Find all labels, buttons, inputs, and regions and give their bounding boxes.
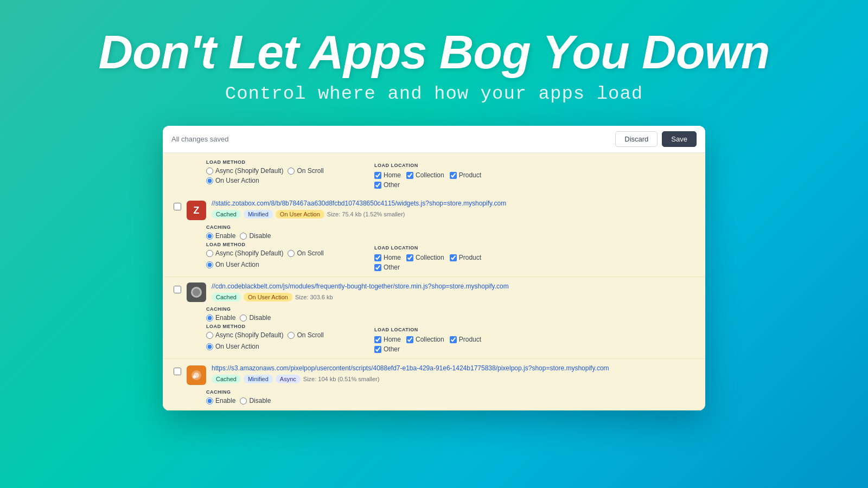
other-check-partial[interactable]: Other [374,181,481,189]
zotabox-badges: Cached Minified On User Action Size: 75.… [212,210,506,219]
hero-title: Don't Let Apps Bog You Down [11,27,857,77]
badge-size-pixelpop: Size: 104 kb (0.51% smaller) [303,376,380,382]
zotabox-load-location: LOAD LOCATION Home Collection Product [374,242,481,271]
pixelpop-details: https://s3.amazonaws.com/pixelpop/userco… [212,364,609,383]
product-check-zotabox[interactable]: Product [450,254,481,261]
load-method-radios-2: On User Action [206,177,358,184]
codeblack-load-location: LOAD LOCATION Home Collection Product [374,324,481,353]
collection-check-partial[interactable]: Collection [406,171,444,179]
location-row2-codeblack: Other [374,345,481,353]
load-method-label-zotabox: LOAD METHOD [206,242,358,247]
badge-async-pixelpop: Async [276,375,301,383]
disable-radio-zotabox[interactable]: Disable [240,232,271,240]
home-check-partial[interactable]: Home [374,171,401,179]
collection-check-zotabox[interactable]: Collection [406,254,444,261]
async-radio-partial[interactable]: Async (Shopify Default) [206,167,283,175]
caching-label-pixelpop: CACHING [206,389,358,395]
codeblack-icon [187,282,206,302]
pixelpop-url: https://s3.amazonaws.com/pixelpop/userco… [212,364,609,372]
home-check-codeblack[interactable]: Home [374,336,401,343]
pixelpop-badges: Cached Minified Async Size: 104 kb (0.51… [212,375,609,383]
on-user-action-radio-partial[interactable]: On User Action [206,177,259,184]
zotabox-icon: Z [187,201,206,220]
location-checkboxes-partial: Home Collection Product [374,171,481,179]
pixelpop-checkbox[interactable] [174,368,181,375]
collection-check-codeblack[interactable]: Collection [406,336,444,343]
partial-load-method: LOAD METHOD Async (Shopify Default) On S… [206,159,358,184]
codeblack-circle [191,287,202,298]
zotabox-url: //static.zotabox.com/8/b/8b78467aa630d8f… [212,200,506,207]
on-scroll-radio-codeblack[interactable]: On Scroll [288,331,323,339]
caching-radios-pixelpop: Enable Disable [206,397,358,404]
product-check-codeblack[interactable]: Product [450,336,481,343]
panel-actions: Discard Save [615,131,697,147]
on-scroll-radio-zotabox[interactable]: On Scroll [288,249,323,257]
other-check-codeblack[interactable]: Other [374,345,481,353]
badge-minified-zotabox: Minified [244,210,273,219]
load-method-radios2-zotabox: On User Action [206,261,358,268]
codeblack-load-method: LOAD METHOD Async (Shopify Default) On S… [206,324,358,350]
discard-button[interactable]: Discard [615,131,658,147]
pixelpop-svg-icon [190,369,202,381]
badge-user-action-codeblack: On User Action [244,293,292,301]
location-row2-zotabox: Other [374,264,481,271]
codeblack-url: //cdn.codeblackbelt.com/js/modules/frequ… [212,282,509,290]
load-method-radios-codeblack: Async (Shopify Default) On Scroll [206,331,358,339]
load-location-label: LOAD LOCATION [374,163,418,168]
async-radio-zotabox[interactable]: Async (Shopify Default) [206,249,283,257]
product-check-partial[interactable]: Product [450,171,481,179]
script-row-codeblack: //cdn.codeblackbelt.com/js/modules/frequ… [163,277,705,359]
settings-panel: All changes saved Discard Save LOAD METH… [163,126,705,410]
badge-cached-pixelpop: Cached [212,375,241,383]
enable-radio-codeblack[interactable]: Enable [206,314,235,322]
zotabox-load-controls: LOAD METHOD Async (Shopify Default) On S… [174,242,694,271]
enable-radio-zotabox[interactable]: Enable [206,232,235,240]
disable-radio-codeblack[interactable]: Disable [240,314,271,322]
badge-size-zotabox: Size: 75.4 kb (1.52% smaller) [327,211,405,217]
panel-header: All changes saved Discard Save [163,126,705,153]
location-row1-zotabox: Home Collection Product [374,254,481,261]
caching-radios-zotabox: Enable Disable [206,232,358,240]
async-radio-codeblack[interactable]: Async (Shopify Default) [206,331,283,339]
zotabox-caching: CACHING Enable Disable [206,224,358,240]
zotabox-checkbox[interactable] [174,203,181,210]
on-scroll-radio-partial[interactable]: On Scroll [288,167,323,175]
codeblack-caching: CACHING Enable Disable [206,306,358,322]
codeblack-load-controls: LOAD METHOD Async (Shopify Default) On S… [174,324,694,353]
enable-radio-pixelpop[interactable]: Enable [206,397,235,404]
badge-cached-zotabox: Cached [212,210,241,219]
badge-user-action-zotabox: On User Action [276,210,324,219]
load-location-label-zotabox: LOAD LOCATION [374,245,418,251]
pixelpop-controls: CACHING Enable Disable [174,389,694,404]
codeblack-checkbox[interactable] [174,286,181,293]
codeblack-controls: CACHING Enable Disable [174,306,694,322]
pixelpop-header: https://s3.amazonaws.com/pixelpop/userco… [174,364,694,385]
codeblack-badges: Cached On User Action Size: 303.6 kb [212,293,509,301]
script-row-pixelpop: https://s3.amazonaws.com/pixelpop/userco… [163,359,705,410]
other-check-zotabox[interactable]: Other [374,264,481,271]
home-check-zotabox[interactable]: Home [374,254,401,261]
badge-minified-pixelpop: Minified [244,375,273,383]
load-location-label-codeblack: LOAD LOCATION [374,327,418,332]
load-method-label-codeblack: LOAD METHOD [206,324,358,329]
load-method-label: LOAD METHOD [206,159,358,165]
on-user-action-radio-codeblack[interactable]: On User Action [206,343,259,350]
badge-size-codeblack: Size: 303.6 kb [295,294,333,300]
on-user-action-radio-zotabox[interactable]: On User Action [206,261,259,268]
zotabox-header: Z //static.zotabox.com/8/b/8b78467aa630d… [174,200,694,220]
partial-load-location: LOAD LOCATION Home Collection Product [374,159,481,189]
zotabox-controls: CACHING Enable Disable [174,224,694,240]
caching-label-codeblack: CACHING [206,306,358,312]
caching-radios-codeblack: Enable Disable [206,314,358,322]
pixelpop-caching: CACHING Enable Disable [206,389,358,404]
codeblack-details: //cdn.codeblackbelt.com/js/modules/frequ… [212,282,509,301]
load-method-radios2-codeblack: On User Action [206,343,358,350]
save-button[interactable]: Save [662,131,697,147]
panel-content: LOAD METHOD Async (Shopify Default) On S… [163,153,705,410]
zotabox-load-method: LOAD METHOD Async (Shopify Default) On S… [206,242,358,268]
hero-section: Don't Let Apps Bog You Down Control wher… [0,0,868,120]
disable-radio-pixelpop[interactable]: Disable [240,397,271,404]
pixelpop-icon [187,365,206,385]
partial-row: LOAD METHOD Async (Shopify Default) On S… [163,153,705,194]
badge-cached-codeblack: Cached [212,293,241,301]
